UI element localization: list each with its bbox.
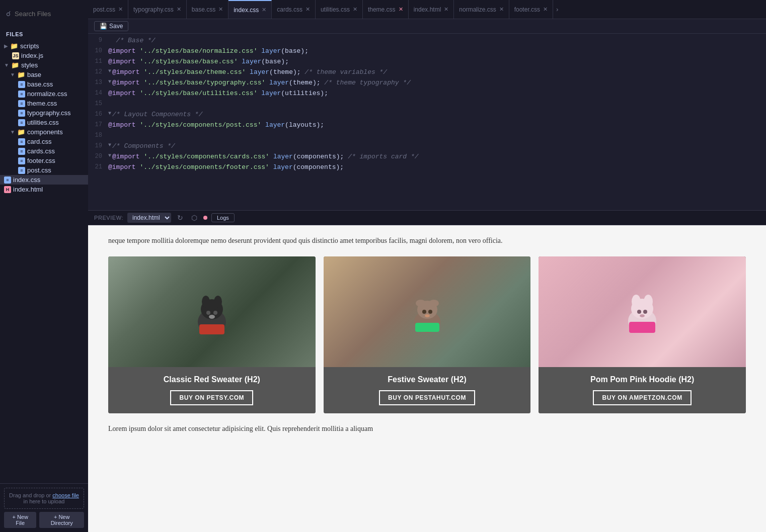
card-image-1 [108, 256, 316, 367]
tab-index-css[interactable]: index.css ✕ [228, 0, 272, 19]
tab-utilities-css[interactable]: utilities.css ✕ [316, 0, 363, 19]
sidebar-item-typography-css[interactable]: ≡ typography.css [0, 108, 88, 118]
tab-typography-css[interactable]: typography.css ✕ [128, 0, 187, 19]
sidebar-tree: ▶ 📁 scripts JS index.js ▼ 📁 styles [0, 39, 88, 483]
sidebar-item-normalize-css[interactable]: ≡ normalize.css [0, 89, 88, 99]
fold-arrow[interactable]: ▼ [108, 141, 111, 149]
tab-close-icon[interactable]: ✕ [543, 7, 548, 12]
save-button[interactable]: 💾 Save [94, 21, 128, 31]
sidebar-item-base-css[interactable]: ≡ base.css [0, 79, 88, 89]
tab-label: utilities.css [321, 6, 350, 13]
logs-button[interactable]: Logs [211, 213, 235, 222]
choose-file-link[interactable]: choose file [52, 492, 79, 498]
sidebar-item-label: base.css [27, 80, 53, 88]
svg-rect-23 [629, 322, 655, 333]
tab-close-icon[interactable]: ✕ [177, 7, 181, 12]
folder-icon: 📁 [11, 61, 19, 69]
code-editor[interactable]: 9 /* Base */ 10 @import '../styles/base/… [88, 34, 766, 210]
preview-bottom-text: Lorem ipsum dolor sit amet consectetur a… [108, 423, 746, 434]
sidebar-item-cards-css[interactable]: ≡ cards.css [0, 146, 88, 156]
svg-point-10 [416, 300, 426, 307]
card-buy-button-1[interactable]: BUY ON PETSY.COM [170, 390, 253, 405]
fold-arrow[interactable]: ▼ [108, 152, 111, 160]
new-file-button[interactable]: + New File [4, 512, 36, 528]
tab-close-icon[interactable]: ✕ [218, 7, 223, 12]
open-external-button[interactable]: ⬡ [189, 213, 199, 223]
save-icon: 💾 [100, 23, 107, 30]
preview-label: PREVIEW: [94, 215, 123, 221]
preview-inner: neque tempore mollitia doloremque nemo d… [88, 225, 766, 445]
tab-theme-css[interactable]: theme.css ✕ [363, 0, 409, 19]
fold-arrow[interactable]: ▼ [108, 110, 111, 118]
svg-rect-7 [199, 324, 224, 334]
code-line-16: 16 ▼ /* Layout Components */ [88, 110, 766, 120]
tab-base-css[interactable]: base.css ✕ [187, 0, 228, 19]
editor-area: post.css ✕ typography.css ✕ base.css ✕ i… [88, 0, 766, 532]
tab-close-icon[interactable]: ✕ [305, 7, 310, 12]
tab-normalize-css[interactable]: normalize.css ✕ [454, 0, 509, 19]
code-line-21: 21 @import '../styles/components/footer.… [88, 162, 766, 173]
sidebar-item-theme-css[interactable]: ≡ theme.css [0, 99, 88, 108]
folder-icon: 📁 [17, 128, 25, 136]
svg-point-11 [429, 300, 439, 307]
tab-close-icon[interactable]: ✕ [499, 7, 504, 12]
file-icon-js: JS [12, 52, 19, 59]
card-buy-button-2[interactable]: BUY ON PESTAHUT.COM [379, 390, 475, 405]
file-icon-css: ≡ [18, 100, 25, 107]
card-buy-button-3[interactable]: BUY ON AMPETZON.COM [593, 390, 691, 405]
sidebar-item-label: theme.css [27, 100, 57, 107]
card-1: Classic Red Sweater (H2) BUY ON PETSY.CO… [108, 256, 316, 413]
drop-zone: Drag and drop or choose file in here to … [4, 488, 84, 509]
sidebar-item-footer-css[interactable]: ≡ footer.css [0, 156, 88, 165]
tab-close-icon[interactable]: ✕ [444, 7, 448, 12]
tab-close-icon[interactable]: ✕ [353, 7, 357, 12]
card-title-1: Classic Red Sweater (H2) [116, 375, 308, 384]
sidebar-item-base[interactable]: ▼ 📁 base [0, 70, 88, 79]
tab-post-css[interactable]: post.css ✕ [88, 0, 128, 19]
folder-icon: 📁 [17, 71, 25, 78]
sidebar-item-utilities-css[interactable]: ≡ utilities.css [0, 118, 88, 127]
tab-cards-css[interactable]: cards.css ✕ [272, 0, 316, 19]
sidebar-item-index-js[interactable]: JS index.js [0, 51, 88, 60]
fold-arrow[interactable]: ▼ [108, 78, 111, 86]
code-line-9: 9 /* Base */ [88, 36, 766, 46]
sidebar-item-components[interactable]: ▼ 📁 components [0, 127, 88, 137]
main-area: ☌ Files ▶ 📁 scripts JS index.js [0, 0, 766, 532]
tab-close-icon[interactable]: ✕ [118, 7, 123, 12]
code-line-10: 10 @import '../styles/base/normalize.css… [88, 46, 766, 57]
app-container: ☌ Files ▶ 📁 scripts JS index.js [0, 0, 766, 532]
tab-label: base.css [192, 6, 215, 13]
sidebar-item-index-css[interactable]: ≡ index.css [0, 175, 88, 185]
tab-footer-css[interactable]: footer.css ✕ [509, 0, 553, 19]
svg-point-22 [640, 314, 645, 317]
preview-content[interactable]: neque tempore mollitia doloremque nemo d… [88, 225, 766, 532]
code-line-20: 20 ▼ @import '../styles/components/cards… [88, 152, 766, 162]
card-2: Festive Sweater (H2) BUY ON PESTAHUT.COM [324, 256, 531, 413]
sidebar-item-label: styles [21, 61, 38, 69]
fold-arrow[interactable]: ▼ [108, 67, 111, 75]
sidebar-bottom: Drag and drop or choose file in here to … [0, 483, 88, 532]
file-icon-css: ≡ [18, 148, 25, 155]
sidebar-item-label: components [27, 128, 63, 136]
preview-selector[interactable]: index.html [127, 213, 171, 223]
sidebar-item-index-html[interactable]: H index.html [0, 185, 88, 194]
svg-point-4 [206, 311, 210, 315]
search-input[interactable] [15, 10, 82, 18]
svg-point-18 [632, 295, 641, 309]
tab-index-html[interactable]: index.html ✕ [409, 0, 454, 19]
card-body-1: Classic Red Sweater (H2) BUY ON PETSY.CO… [108, 367, 316, 413]
sidebar-item-styles[interactable]: ▼ 📁 styles [0, 60, 88, 70]
tab-close-icon[interactable]: ✕ [399, 7, 403, 12]
tab-close-icon[interactable]: ✕ [262, 7, 266, 13]
tab-label: typography.css [133, 6, 174, 13]
sidebar-item-card-css[interactable]: ≡ card.css [0, 137, 88, 146]
search-bar: ☌ [0, 0, 88, 27]
file-icon-css: ≡ [18, 81, 25, 88]
preview-para: neque tempore mollitia doloremque nemo d… [108, 235, 746, 246]
new-directory-button[interactable]: + New Directory [39, 512, 84, 528]
tab-label: theme.css [368, 6, 396, 13]
refresh-button[interactable]: ↻ [175, 213, 185, 223]
tab-scroll-right-button[interactable]: › [553, 0, 561, 19]
sidebar-item-scripts[interactable]: ▶ 📁 scripts [0, 41, 88, 51]
sidebar-item-post-css[interactable]: ≡ post.css [0, 165, 88, 175]
